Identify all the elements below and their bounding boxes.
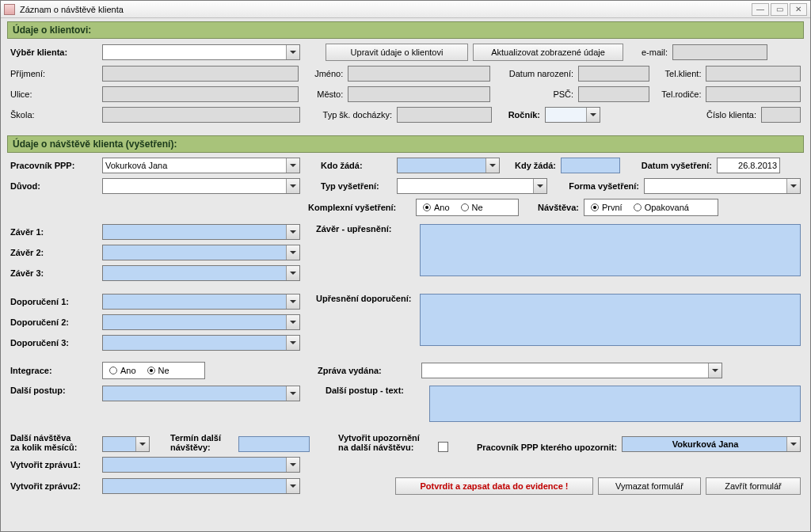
forma-vysetreni-combo[interactable] xyxy=(644,178,801,194)
typ-sk-label: Typ šk. docházky: xyxy=(305,110,392,120)
chevron-down-icon xyxy=(286,336,299,350)
ppp-upozornit-combo[interactable]: Vokurková Jana xyxy=(622,436,801,452)
kdy-zada-input[interactable] xyxy=(561,158,620,173)
komplex-ano-radio[interactable]: Ano xyxy=(423,203,450,212)
titlebar: Záznam o návštěvě klienta — ▭ ✕ xyxy=(1,1,810,18)
upozorneni-checkbox[interactable] xyxy=(438,442,448,452)
datum-narozeni-label: Datum narození: xyxy=(495,69,574,78)
tel-rodice-label: Tel.rodiče: xyxy=(654,89,702,99)
komplex-radio-group: Ano Ne xyxy=(416,199,519,216)
ppp-upozornit-label: Pracovník PPP kterého upozornit: xyxy=(477,443,617,452)
upozorneni-label2: na další návštěvu: xyxy=(338,443,433,452)
cislo-klienta-field xyxy=(761,107,801,123)
maximize-button[interactable]: ▭ xyxy=(771,3,788,16)
mesto-field xyxy=(348,86,489,102)
komplex-ne-radio[interactable]: Ne xyxy=(461,203,483,212)
psc-field xyxy=(578,86,649,102)
kdo-zada-combo[interactable] xyxy=(397,158,500,173)
zaver-upresneni-textarea[interactable] xyxy=(420,224,801,276)
chevron-down-icon xyxy=(708,363,722,378)
chevron-down-icon xyxy=(786,179,800,193)
tel-rodice-field xyxy=(706,86,801,102)
section-client-header: Údaje o klientovi: xyxy=(7,21,804,39)
navsteva-radio-group: První Opakovaná xyxy=(584,199,718,216)
doporuceni1-label: Doporučení 1: xyxy=(10,297,97,306)
rocnik-combo[interactable] xyxy=(545,107,600,123)
client-form: Výběr klienta: Upravit údaje o klientovi… xyxy=(7,39,804,135)
ulice-field xyxy=(102,86,299,102)
dalsi-navsteva-combo[interactable] xyxy=(102,436,150,452)
upresneni-doporuceni-label: Upřesnění doporučení: xyxy=(316,294,415,303)
aktualizovat-button[interactable]: Aktualizovat zobrazené údaje xyxy=(473,44,623,61)
vymazat-button[interactable]: Vymazat formulář xyxy=(598,477,701,495)
email-field xyxy=(672,44,767,60)
chevron-down-icon xyxy=(286,315,299,329)
dalsi-postup-combo[interactable] xyxy=(102,386,300,401)
zavrit-button[interactable]: Zavřít formulář xyxy=(706,477,801,495)
upresneni-doporuceni-textarea[interactable] xyxy=(420,294,801,346)
chevron-down-icon xyxy=(586,108,600,122)
zaver1-combo[interactable] xyxy=(102,224,300,240)
tel-klient-label: Tel.klient: xyxy=(654,69,702,78)
doporuceni3-combo[interactable] xyxy=(102,335,300,351)
potvrdit-button[interactable]: Potvrdit a zapsat data do evidence ! xyxy=(395,477,593,495)
typ-sk-field xyxy=(397,107,492,123)
section-visit-header: Údaje o návštěvě klienta (vyšetření): xyxy=(7,135,804,153)
chevron-down-icon xyxy=(286,458,299,472)
mesto-label: Město: xyxy=(303,89,343,99)
content: Údaje o klientovi: Výběr klienta: Upravi… xyxy=(1,18,810,531)
window-frame: Záznam o návštěvě klienta — ▭ ✕ Údaje o … xyxy=(0,0,811,532)
navsteva-opakovana-radio[interactable]: Opakovaná xyxy=(634,203,689,212)
typ-vysetreni-combo[interactable] xyxy=(397,178,547,194)
dalsi-postup-textarea[interactable] xyxy=(429,386,801,422)
prijmeni-field xyxy=(102,66,299,82)
termin-label1: Termín další xyxy=(170,433,234,443)
skola-label: Škola: xyxy=(10,110,97,120)
chevron-down-icon xyxy=(533,179,546,193)
skola-field xyxy=(102,107,300,123)
dalsi-navsteva-label2: za kolik měsíců: xyxy=(10,443,97,452)
app-icon xyxy=(4,4,15,15)
zaver2-combo[interactable] xyxy=(102,245,300,260)
navsteva-prvni-radio[interactable]: První xyxy=(591,203,623,212)
doporuceni2-combo[interactable] xyxy=(102,314,300,330)
vyber-klienta-label: Výběr klienta: xyxy=(10,48,97,57)
integrace-ano-radio[interactable]: Ano xyxy=(109,366,136,375)
close-button[interactable]: ✕ xyxy=(790,3,807,16)
vytvorit-zpravu1-combo[interactable] xyxy=(102,457,300,473)
vytvorit-zpravu2-combo[interactable] xyxy=(102,478,300,494)
duvod-combo[interactable] xyxy=(102,178,300,194)
zaver3-combo[interactable] xyxy=(102,265,300,281)
upozorneni-label1: Vytvořit upozornění xyxy=(338,433,433,443)
termin-label2: návštěvy: xyxy=(170,443,234,452)
vytvorit-zpravu2-label: Vytvořit zprávu2: xyxy=(10,481,97,491)
doporuceni2-label: Doporučení 2: xyxy=(10,317,97,327)
termin-input[interactable] xyxy=(238,436,310,452)
vyber-klienta-combo[interactable] xyxy=(102,44,300,60)
pracovnik-combo[interactable]: Vokurková Jana xyxy=(102,158,300,173)
vytvorit-zpravu1-label: Vytvořit zprávu1: xyxy=(10,460,97,469)
zprava-vydana-label: Zpráva vydána: xyxy=(318,366,417,375)
minimize-button[interactable]: — xyxy=(752,3,769,16)
jmeno-label: Jméno: xyxy=(303,69,343,78)
chevron-down-icon xyxy=(286,245,299,260)
komplex-label: Komplexní vyšetření: xyxy=(308,203,411,212)
chevron-down-icon xyxy=(786,437,800,451)
doporuceni3-label: Doporučení 3: xyxy=(10,338,97,348)
integrace-label: Integrace: xyxy=(10,366,97,375)
cislo-klienta-label: Číslo klienta: xyxy=(706,110,756,120)
kdo-zada-label: Kdo žádá: xyxy=(321,161,392,170)
chevron-down-icon xyxy=(286,158,299,173)
datum-vysetreni-input[interactable] xyxy=(717,158,780,173)
chevron-down-icon xyxy=(286,294,299,309)
doporuceni1-combo[interactable] xyxy=(102,294,300,310)
integrace-radio-group: Ano Ne xyxy=(102,362,205,379)
integrace-ne-radio[interactable]: Ne xyxy=(147,366,169,375)
prijmeni-label: Příjmení: xyxy=(10,69,97,78)
visit-form: Pracovník PPP: Vokurková Jana Kdo žádá: … xyxy=(7,153,804,507)
datum-vysetreni-label: Datum vyšetření: xyxy=(625,161,712,170)
zprava-vydana-combo[interactable] xyxy=(421,363,722,378)
chevron-down-icon xyxy=(485,158,499,173)
jmeno-field xyxy=(348,66,489,82)
upravit-udaje-button[interactable]: Upravit údaje o klientovi xyxy=(326,44,468,61)
